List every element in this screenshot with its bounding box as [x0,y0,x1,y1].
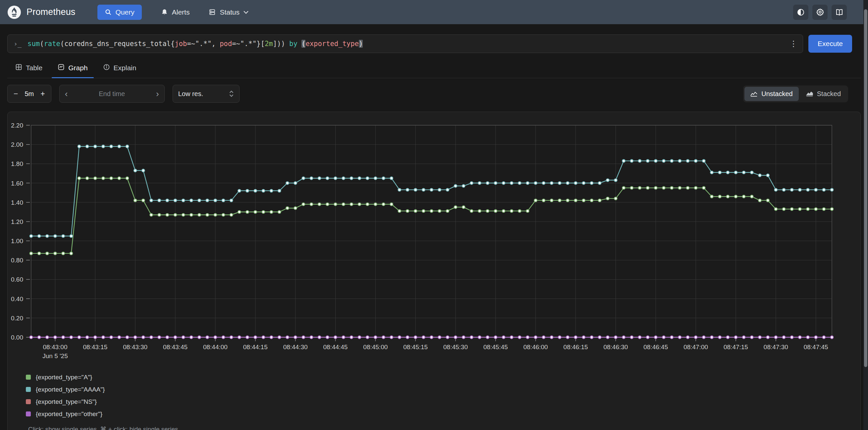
data-point[interactable] [646,186,649,189]
data-point[interactable] [150,199,153,202]
data-point[interactable] [622,159,625,162]
data-point[interactable] [118,177,121,180]
data-point[interactable] [534,336,537,339]
data-point[interactable] [102,336,105,339]
data-point[interactable] [182,336,185,339]
tab-explain[interactable]: Explain [97,58,143,78]
unstacked-button[interactable]: Unstacked [744,87,799,101]
data-point[interactable] [150,336,153,339]
data-point[interactable] [574,199,577,202]
data-point[interactable] [422,210,425,213]
data-point[interactable] [174,336,177,339]
data-point[interactable] [558,182,561,185]
data-point[interactable] [486,210,489,213]
data-point[interactable] [831,208,834,211]
data-point[interactable] [542,182,545,185]
data-point[interactable] [38,235,41,238]
data-point[interactable] [406,188,409,191]
data-point[interactable] [526,336,529,339]
data-point[interactable] [118,336,121,339]
data-point[interactable] [750,336,753,339]
data-point[interactable] [462,336,465,339]
end-time-control[interactable]: ‹ End time › [59,85,165,103]
data-point[interactable] [470,336,473,339]
data-point[interactable] [598,182,601,185]
data-point[interactable] [54,336,57,339]
data-point[interactable] [382,177,385,180]
execute-button[interactable]: Execute [808,35,852,53]
data-point[interactable] [238,336,241,339]
data-point[interactable] [438,210,441,213]
data-point[interactable] [446,336,449,339]
data-point[interactable] [742,171,745,174]
data-point[interactable] [454,206,457,209]
data-point[interactable] [742,336,745,339]
data-point[interactable] [486,182,489,185]
data-point[interactable] [214,199,217,202]
data-point[interactable] [374,203,377,206]
data-point[interactable] [254,189,257,192]
data-point[interactable] [662,336,665,339]
data-point[interactable] [526,210,529,213]
data-point[interactable] [823,336,826,339]
data-point[interactable] [310,336,313,339]
data-point[interactable] [790,208,794,211]
data-point[interactable] [342,177,345,180]
data-point[interactable] [446,188,449,191]
data-point[interactable] [206,336,209,339]
data-point[interactable] [606,197,609,200]
data-point[interactable] [182,213,185,216]
data-point[interactable] [735,195,738,198]
data-point[interactable] [799,208,801,211]
data-point[interactable] [390,177,393,180]
scrollbar-track[interactable] [863,0,868,430]
data-point[interactable] [550,182,553,185]
data-point[interactable] [414,336,417,339]
data-point[interactable] [198,213,201,216]
data-point[interactable] [134,169,137,172]
data-point[interactable] [502,336,505,339]
data-point[interactable] [142,199,145,202]
data-point[interactable] [102,145,105,148]
data-point[interactable] [702,159,705,162]
data-point[interactable] [735,171,738,174]
data-point[interactable] [350,203,353,206]
data-point[interactable] [214,213,217,216]
data-point[interactable] [750,195,753,198]
data-point[interactable] [70,252,73,255]
data-point[interactable] [718,195,721,198]
data-point[interactable] [775,188,778,191]
data-point[interactable] [799,336,801,339]
data-point[interactable] [726,171,729,174]
data-point[interactable] [686,336,689,339]
data-point[interactable] [158,336,161,339]
data-point[interactable] [782,336,785,339]
data-point[interactable] [582,182,585,185]
data-point[interactable] [494,182,497,185]
data-point[interactable] [438,188,441,191]
data-point[interactable] [758,174,761,177]
data-point[interactable] [566,199,569,202]
stacked-button[interactable]: Stacked [800,87,847,101]
data-point[interactable] [622,186,625,189]
data-point[interactable] [766,174,769,177]
range-increase-button[interactable]: + [40,90,45,98]
data-point[interactable] [166,336,169,339]
data-point[interactable] [230,336,233,339]
data-point[interactable] [670,336,673,339]
data-point[interactable] [278,189,281,192]
end-time-prev-button[interactable]: ‹ [65,89,68,98]
data-point[interactable] [526,182,529,185]
data-point[interactable] [110,145,113,148]
data-point[interactable] [518,336,521,339]
data-point[interactable] [222,199,225,202]
data-point[interactable] [406,336,409,339]
data-point[interactable] [510,182,513,185]
data-point[interactable] [150,213,153,216]
data-point[interactable] [174,199,177,202]
data-point[interactable] [758,336,761,339]
data-point[interactable] [406,210,409,213]
data-point[interactable] [62,235,65,238]
data-point[interactable] [558,336,561,339]
data-point[interactable] [478,182,481,185]
